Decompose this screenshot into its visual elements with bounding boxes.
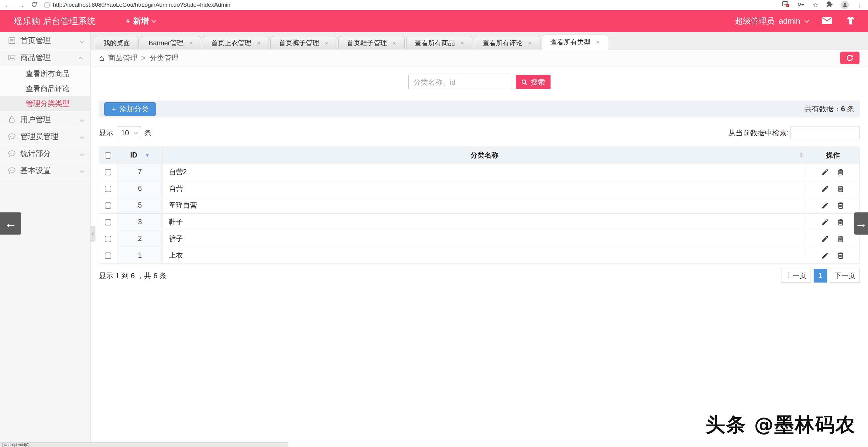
table-row: 3 鞋子 bbox=[99, 214, 860, 230]
tab-my-desktop[interactable]: 我的桌面 bbox=[95, 36, 138, 49]
sidebar-item-admin-mgmt[interactable]: 管理员管理 bbox=[0, 128, 90, 145]
sidebar: 首页管理 商品管理 查看所有商品 查看商品评论 管理分类类型 用户管理 管理员管… bbox=[0, 32, 91, 442]
close-icon[interactable]: × bbox=[596, 38, 600, 46]
bookmark-star-icon[interactable]: ☆ bbox=[812, 2, 818, 8]
row-id: 3 bbox=[117, 214, 163, 230]
row-checkbox[interactable] bbox=[105, 236, 111, 242]
delete-icon[interactable] bbox=[837, 218, 845, 226]
plus-icon: + bbox=[112, 104, 116, 114]
filter-input[interactable] bbox=[790, 127, 860, 139]
sidebar-item-statistics[interactable]: 统计部分 bbox=[0, 145, 90, 162]
sidebar-item-manage-category-types[interactable]: 管理分类类型 bbox=[0, 96, 90, 111]
header-id[interactable]: ID ▼ bbox=[117, 147, 163, 164]
table-row: 6 自营 bbox=[99, 180, 860, 197]
tshirt-icon[interactable] bbox=[846, 16, 855, 26]
edit-icon[interactable] bbox=[821, 202, 829, 209]
sort-desc-icon: ▼ bbox=[145, 152, 150, 158]
browser-reload-icon[interactable] bbox=[31, 1, 37, 8]
table-footer: 显示 1 到 6 ，共 6 条 上一页 1 下一页 bbox=[99, 269, 860, 282]
edit-icon[interactable] bbox=[821, 251, 829, 260]
close-icon[interactable]: × bbox=[257, 39, 260, 47]
total-prefix: 共有数据： bbox=[805, 105, 841, 113]
browser-menu-icon[interactable]: ⋮ bbox=[857, 2, 863, 8]
breadcrumb-level1[interactable]: 商品管理 bbox=[108, 53, 137, 63]
select-all-checkbox[interactable] bbox=[105, 152, 111, 159]
header-name[interactable]: 分类名称 bbox=[163, 147, 806, 164]
row-id: 1 bbox=[117, 247, 163, 264]
tab-view-all-types[interactable]: 查看所有类型 × bbox=[542, 35, 608, 49]
delete-icon[interactable] bbox=[837, 168, 845, 176]
address-bar[interactable]: i http://localhost:8080/YaoLeGou/ht/Logi… bbox=[44, 2, 775, 8]
search-input[interactable] bbox=[408, 75, 512, 89]
edit-icon[interactable] bbox=[821, 235, 829, 243]
sidebar-item-user-mgmt[interactable]: 用户管理 bbox=[0, 111, 90, 128]
tab-label: 查看所有评论 bbox=[483, 38, 523, 48]
edit-icon[interactable] bbox=[821, 185, 829, 193]
close-icon[interactable]: × bbox=[324, 39, 328, 47]
page-size-select[interactable]: 10 bbox=[117, 127, 141, 139]
row-checkbox[interactable] bbox=[105, 252, 111, 259]
refresh-button[interactable] bbox=[840, 51, 860, 64]
chevron-down-icon bbox=[805, 18, 809, 23]
table-row: 1 上衣 bbox=[99, 247, 860, 264]
tab-label: 首页裤子管理 bbox=[279, 38, 319, 48]
sidebar-item-view-product-comments[interactable]: 查看商品评论 bbox=[0, 81, 90, 96]
close-icon[interactable]: × bbox=[528, 39, 532, 47]
page-size-value: 10 bbox=[121, 129, 129, 137]
close-icon[interactable]: × bbox=[393, 39, 396, 47]
sidebar-subitem-label: 查看所有商品 bbox=[26, 69, 69, 79]
row-id: 2 bbox=[117, 230, 163, 247]
close-icon[interactable]: × bbox=[189, 39, 193, 47]
chevron-down-icon bbox=[80, 38, 85, 43]
delete-icon[interactable] bbox=[837, 235, 845, 243]
search-button[interactable]: 搜索 bbox=[516, 75, 551, 89]
tab-home-pants-mgmt[interactable]: 首页裤子管理 × bbox=[270, 36, 337, 49]
search-button-label: 搜索 bbox=[531, 77, 545, 87]
add-category-button[interactable]: + 添加分类 bbox=[104, 102, 156, 116]
browser-chrome: ← → i http://localhost:8080/YaoLeGou/ht/… bbox=[0, 0, 868, 10]
tab-popup-icon[interactable] bbox=[782, 1, 789, 9]
sidebar-item-product-mgmt[interactable]: 商品管理 bbox=[0, 49, 90, 66]
user-role: 超级管理员 bbox=[735, 16, 774, 26]
tab-view-all-products[interactable]: 查看所有商品 × bbox=[406, 36, 472, 49]
sidebar-item-view-all-products[interactable]: 查看所有商品 bbox=[0, 66, 90, 81]
edit-icon[interactable] bbox=[821, 168, 829, 176]
delete-icon[interactable] bbox=[837, 185, 845, 193]
scroll-left-button[interactable]: ← bbox=[0, 212, 21, 235]
row-checkbox[interactable] bbox=[105, 219, 111, 226]
edit-icon[interactable] bbox=[821, 218, 829, 226]
password-key-icon[interactable] bbox=[797, 1, 805, 8]
extensions-puzzle-icon[interactable] bbox=[826, 1, 833, 9]
next-page-button[interactable]: 下一页 bbox=[830, 269, 860, 282]
sidebar-item-basic-settings[interactable]: 基本设置 bbox=[0, 162, 90, 179]
row-checkbox[interactable] bbox=[105, 202, 111, 209]
url-text[interactable]: http://localhost:8080/YaoLeGou/ht/LoginA… bbox=[53, 2, 230, 8]
tab-view-all-comments[interactable]: 查看所有评论 × bbox=[474, 36, 540, 49]
tab-home-shoes-mgmt[interactable]: 首页鞋子管理 × bbox=[338, 36, 405, 49]
add-new-menu[interactable]: + 新增 bbox=[126, 16, 155, 26]
current-page-button[interactable]: 1 bbox=[814, 269, 827, 282]
scroll-right-button[interactable]: → bbox=[854, 212, 868, 235]
news-icon bbox=[8, 37, 16, 45]
prev-page-button[interactable]: 上一页 bbox=[781, 269, 811, 282]
table-row: 5 童瑶自营 bbox=[99, 197, 860, 214]
close-icon[interactable]: × bbox=[460, 39, 464, 47]
sidebar-item-home-mgmt[interactable]: 首页管理 bbox=[0, 32, 90, 49]
mail-icon[interactable] bbox=[822, 17, 832, 26]
browser-forward-icon[interactable]: → bbox=[18, 2, 24, 8]
row-checkbox[interactable] bbox=[105, 186, 111, 192]
browser-back-icon[interactable]: ← bbox=[5, 2, 11, 8]
row-checkbox[interactable] bbox=[105, 169, 111, 175]
delete-icon[interactable] bbox=[837, 202, 845, 209]
total-suffix: 条 bbox=[845, 105, 854, 113]
tab-banner-mgmt[interactable]: Banner管理 × bbox=[140, 36, 201, 49]
content-area: 我的桌面 Banner管理 × 首页上衣管理 × 首页裤子管理 × 首页鞋子管理… bbox=[91, 32, 868, 447]
user-menu[interactable]: 超级管理员 admin bbox=[735, 16, 808, 26]
tab-home-tops-mgmt[interactable]: 首页上衣管理 × bbox=[203, 36, 269, 49]
info-icon[interactable]: i bbox=[44, 2, 50, 8]
profile-avatar[interactable] bbox=[841, 1, 849, 9]
show-label: 显示 bbox=[99, 128, 113, 138]
header-actions: 操作 bbox=[806, 147, 860, 164]
delete-icon[interactable] bbox=[837, 251, 845, 260]
sidebar-collapse-handle[interactable]: ‹ bbox=[91, 226, 95, 242]
